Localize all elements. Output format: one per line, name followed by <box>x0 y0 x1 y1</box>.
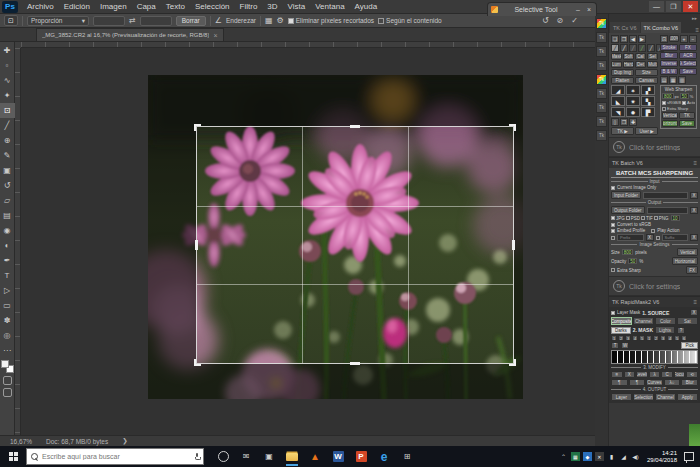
jpg-quality-value[interactable]: 10 <box>671 215 680 221</box>
selective-tool-window[interactable]: Selective Tool – × <box>487 2 597 16</box>
combo-view-icon[interactable]: ▤ <box>660 76 668 84</box>
taskbar-word[interactable] <box>331 447 345 466</box>
mask-preset-tile[interactable]: ▛ <box>641 107 655 117</box>
menu-item[interactable]: Capa <box>132 0 161 14</box>
combo-view-icon[interactable]: ▦ <box>669 76 677 84</box>
clear-button[interactable]: Borrar <box>176 16 206 26</box>
tray-network[interactable]: ◢ <box>619 452 628 461</box>
tk-actions-button[interactable]: TK ▶ <box>611 127 634 135</box>
canvas[interactable] <box>15 42 595 435</box>
combo-nav-icon[interactable]: ❐ <box>620 35 628 43</box>
dodge-tool[interactable]: ◐ <box>0 238 15 253</box>
clear-suffix-button[interactable]: X <box>690 234 698 241</box>
mask-preset-tile[interactable]: ◥ <box>611 107 625 117</box>
combo-button[interactable]: Blur <box>660 52 678 59</box>
checkbox-icon[interactable] <box>682 101 686 105</box>
tray-app-dark[interactable]: ✕ <box>595 452 604 461</box>
modify-button[interactable]: Blur <box>681 379 698 386</box>
tray-excel[interactable]: ▦ <box>571 452 580 461</box>
tk-panel-icon[interactable]: Tk <box>596 32 607 43</box>
output-folder-field[interactable] <box>647 207 688 214</box>
darks-button[interactable]: Darks <box>611 327 631 334</box>
checkbox-icon[interactable] <box>651 229 655 233</box>
panel-menu-icon[interactable]: ≡ <box>693 299 697 305</box>
tray-up-arrow[interactable]: ⌃ <box>559 452 568 461</box>
menu-item[interactable]: 3D <box>262 0 282 14</box>
web-sharpen-amount[interactable]: 50 <box>680 93 689 99</box>
quick-selection-tool[interactable]: ✦ <box>0 88 15 103</box>
modify-button[interactable]: C <box>661 371 673 378</box>
zone-button[interactable]: 1 <box>611 335 617 341</box>
crop-tool-icon[interactable]: ⊡ <box>4 15 18 26</box>
combo-utility-icon[interactable]: ❐ <box>620 118 628 126</box>
modify-button[interactable]: ⟲ <box>686 371 698 378</box>
crop-handle-top-right[interactable] <box>509 124 516 131</box>
combo-nav-icon[interactable]: ◀ <box>629 35 637 43</box>
zone-button[interactable]: 4 <box>632 335 638 341</box>
crop-handle-bottom[interactable] <box>350 362 360 365</box>
modify-button[interactable]: ¶ <box>611 379 628 386</box>
combo-button[interactable]: Mult <box>647 61 658 68</box>
color-swatches[interactable] <box>1 360 14 373</box>
vertical-sharpen-button[interactable]: Vertical <box>662 112 678 119</box>
mask-preset-tile[interactable]: ◣ <box>611 96 625 106</box>
tab-tk-combo[interactable]: TK Combo V6 <box>641 22 682 33</box>
convert-srgb-checkbox[interactable]: Convert to sRGB <box>611 222 698 227</box>
crop-handle-right[interactable] <box>512 240 515 250</box>
straighten-label[interactable]: Enderezar <box>226 17 256 24</box>
crop-handle-top-left[interactable] <box>194 124 201 131</box>
paint-tool-icon[interactable]: ╱ <box>647 44 655 52</box>
close-button[interactable]: ✕ <box>683 1 698 12</box>
mask-preset-tile[interactable]: ▚ <box>641 96 655 106</box>
zone-button[interactable]: 3 <box>625 335 631 341</box>
zone-button[interactable]: 1 <box>646 335 652 341</box>
taskbar-cortana[interactable] <box>216 447 230 466</box>
zoom-tool[interactable]: ◎ <box>0 328 15 343</box>
batch-fx-button[interactable]: FX <box>686 266 698 274</box>
content-aware-checkbox[interactable]: Según el contenido <box>378 17 442 24</box>
overlay-grid-icon[interactable]: ▦ <box>265 16 273 26</box>
combo-button[interactable]: Dup Img <box>611 69 634 76</box>
checkbox-icon[interactable] <box>656 236 660 240</box>
save-button[interactable]: Save <box>679 120 695 127</box>
eraser-tool[interactable]: ▱ <box>0 193 15 208</box>
dock-collapse-icon[interactable]: ▸▸ <box>609 14 700 21</box>
minimize-button[interactable]: — <box>649 1 664 12</box>
checkbox-icon[interactable] <box>611 236 615 240</box>
combo-button[interactable]: Save <box>679 68 697 75</box>
combo-button[interactable]: Stroke <box>660 44 678 51</box>
clear-prefix-button[interactable]: X <box>646 234 654 241</box>
menu-item[interactable]: Filtro <box>235 0 263 14</box>
modify-button[interactable]: Focus <box>674 371 686 378</box>
pick-button[interactable]: Pick <box>681 342 698 349</box>
taskbar-edge[interactable]: e <box>377 447 391 466</box>
type-tool[interactable]: T <box>0 268 15 283</box>
threshold-button[interactable]: T <box>611 342 619 349</box>
combo-button[interactable]: Flatten <box>611 77 634 84</box>
combo-utility-icon[interactable]: ✚ <box>629 118 637 126</box>
white-button[interactable]: W <box>621 342 629 349</box>
menu-item[interactable]: Texto <box>161 0 190 14</box>
start-button[interactable] <box>0 446 26 467</box>
combo-nav-icon[interactable]: ❏ <box>611 35 619 43</box>
mask-preset-tile[interactable]: ✶ <box>626 85 640 95</box>
quick-mask-button[interactable] <box>3 376 12 385</box>
checkbox-icon[interactable] <box>611 268 615 272</box>
selective-tool-minimize[interactable]: – <box>574 6 582 13</box>
tray-app-blue[interactable]: ◆ <box>583 452 592 461</box>
horizontal-sharpen-button[interactable]: Horizontal <box>662 120 678 127</box>
batch-vertical-button[interactable]: Vertical <box>677 248 698 256</box>
mask-preset-tile[interactable]: ▞ <box>641 85 655 95</box>
format-checkbox[interactable]: TIF <box>641 216 653 221</box>
input-folder-button[interactable]: Input Folder <box>611 191 641 199</box>
modify-button[interactable]: ≡ <box>611 371 623 378</box>
photo-flowers[interactable] <box>148 75 523 399</box>
taskbar-search[interactable] <box>26 448 204 465</box>
menu-item[interactable]: Vista <box>283 0 311 14</box>
mask-output-button[interactable]: Apply <box>677 393 698 401</box>
combo-nav-icon[interactable]: ▶ <box>638 35 646 43</box>
modify-button[interactable]: Levels <box>636 371 648 378</box>
modify-button[interactable]: Curves <box>646 379 663 386</box>
history-brush-tool[interactable]: ↺ <box>0 178 15 193</box>
tk-panel-icon[interactable]: Tk <box>596 46 607 57</box>
